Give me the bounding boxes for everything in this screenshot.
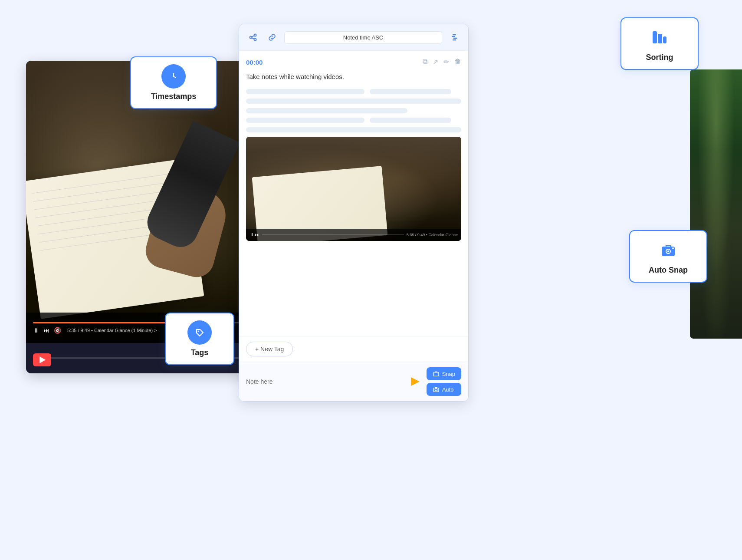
svg-rect-9 <box>433 372 439 376</box>
link-header-icon[interactable] <box>265 30 279 44</box>
svg-point-1 <box>250 36 252 39</box>
skeleton-line <box>370 118 451 123</box>
skeleton-line <box>246 118 364 123</box>
note-input[interactable] <box>246 378 402 385</box>
svg-rect-20 <box>658 34 662 43</box>
note-timestamp: 00:00 <box>246 59 263 66</box>
share-header-icon[interactable] <box>246 30 260 44</box>
notes-footer: Snap Auto <box>239 362 468 401</box>
youtube-play-icon <box>39 356 46 363</box>
skeleton-line <box>246 99 461 104</box>
svg-point-18 <box>198 331 199 332</box>
sort-icon[interactable] <box>447 30 461 44</box>
tags-icon <box>187 320 212 345</box>
video-bottom-bar <box>26 343 273 373</box>
new-tag-button[interactable]: + New Tag <box>246 342 293 356</box>
callout-timestamps: Timestamps <box>130 56 217 109</box>
svg-rect-17 <box>193 326 206 339</box>
timestamps-icon <box>161 64 186 89</box>
svg-point-25 <box>667 250 669 252</box>
autosnap-icon <box>656 238 680 262</box>
mute-button[interactable]: 🔇 <box>54 327 61 334</box>
youtube-logo <box>33 353 51 366</box>
note-text: Take notes while watching videos. <box>246 72 461 82</box>
svg-line-4 <box>252 38 254 39</box>
skeleton-line <box>370 89 451 94</box>
notebook-illustration <box>26 109 243 317</box>
note-screenshot: ⏸ ⏭ 5:35 / 9:49 • Calendar Glance <box>246 137 461 241</box>
auto-camera-icon <box>433 386 440 393</box>
tags-bar: + New Tag <box>239 336 468 362</box>
share-icon[interactable]: ↗ <box>433 58 438 66</box>
callout-tags: Tags <box>165 313 234 365</box>
svg-rect-21 <box>663 36 666 43</box>
skeleton-pair-2 <box>246 118 461 123</box>
sort-label: Noted time ASC <box>284 31 442 44</box>
screenshot-controls: ⏸ ⏭ 5:35 / 9:49 • Calendar Glance <box>246 229 461 241</box>
copy-icon[interactable]: ⧉ <box>423 58 427 66</box>
sorting-label: Sorting <box>646 53 673 62</box>
svg-point-16 <box>173 76 174 77</box>
svg-point-26 <box>672 247 674 249</box>
note-top-row: 00:00 ⧉ ↗ ✏ 🗑 <box>246 58 461 70</box>
timestamps-label: Timestamps <box>151 92 197 101</box>
svg-point-10 <box>435 389 437 391</box>
snap-buttons: Snap Auto <box>427 367 461 396</box>
sorting-icon <box>647 25 672 49</box>
autosnap-label: Auto Snap <box>649 266 688 275</box>
snap-button[interactable]: Snap <box>427 367 461 380</box>
skeleton-pair-1 <box>246 89 461 94</box>
skeleton-line <box>246 127 461 132</box>
notes-panel: Noted time ASC 00:00 ⧉ ↗ ✏ 🗑 Take notes … <box>239 24 469 402</box>
send-arrow-icon <box>411 377 420 386</box>
svg-point-0 <box>254 34 256 36</box>
note-actions: ⧉ ↗ ✏ 🗑 <box>423 58 461 66</box>
video-progress-fill <box>33 322 166 323</box>
right-strip-inner <box>690 69 742 339</box>
svg-point-2 <box>254 39 256 41</box>
pause-button[interactable]: ⏸ <box>33 327 39 334</box>
auto-button[interactable]: Auto <box>427 383 461 396</box>
video-controls: ⏸ ⏭ 🔇 5:35 / 9:49 • Calendar Glance (1 M… <box>26 313 273 343</box>
svg-rect-19 <box>653 31 657 43</box>
skeleton-line <box>246 108 407 113</box>
snap-icon <box>433 370 440 377</box>
callout-autosnap: Auto Snap <box>629 230 707 283</box>
notes-header: Noted time ASC <box>239 24 468 51</box>
tags-label: Tags <box>191 348 209 357</box>
skeleton-line <box>246 89 364 94</box>
svg-line-3 <box>252 36 254 37</box>
edit-icon[interactable]: ✏ <box>443 58 449 66</box>
notebook-line <box>32 173 178 194</box>
screenshot-progress <box>262 234 404 235</box>
video-time: 5:35 / 9:49 • Calendar Glance (1 Minute)… <box>67 328 157 333</box>
delete-icon[interactable]: 🗑 <box>454 58 461 66</box>
right-strip-image <box>690 69 742 339</box>
next-button[interactable]: ⏭ <box>43 327 49 334</box>
send-button[interactable] <box>407 374 422 389</box>
screenshot-time: 5:35 / 9:49 • Calendar Glance <box>407 233 458 237</box>
callout-sorting: Sorting <box>621 17 699 70</box>
notes-body: 00:00 ⧉ ↗ ✏ 🗑 Take notes while watching … <box>239 51 468 336</box>
